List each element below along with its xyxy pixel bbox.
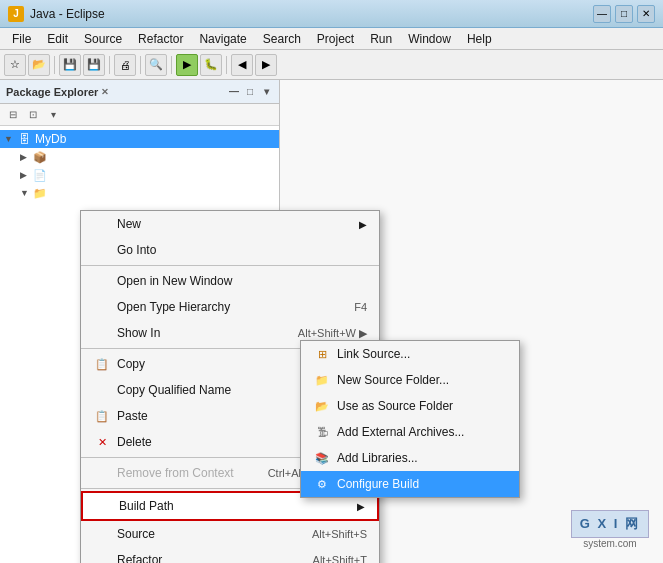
build-path-submenu: ⊞ Link Source... 📁 New Source Folder... …: [300, 340, 520, 498]
menu-file[interactable]: File: [4, 30, 39, 48]
tree-item-mydb[interactable]: ▼ 🗄 MyDb: [0, 130, 279, 148]
toolbar-sep-4: [171, 56, 172, 74]
panel-header-controls: — □ ▾: [227, 85, 273, 99]
menu-edit[interactable]: Edit: [39, 30, 76, 48]
toolbar-print-btn[interactable]: 🖨: [114, 54, 136, 76]
toolbar-prev-btn[interactable]: ◀: [231, 54, 253, 76]
menu-navigate[interactable]: Navigate: [191, 30, 254, 48]
menu-search[interactable]: Search: [255, 30, 309, 48]
panel-badge: ✕: [101, 87, 109, 97]
cm-sep-1: [81, 265, 379, 266]
add-libraries-icon: 📚: [313, 449, 331, 467]
menu-run[interactable]: Run: [362, 30, 400, 48]
project-label: MyDb: [35, 132, 66, 146]
main-area: Package Explorer ✕ — □ ▾ ⊟ ⊡ ▾ ▼ 🗄 MyDb …: [0, 80, 663, 563]
toolbar-save-btn[interactable]: 💾: [59, 54, 81, 76]
expand-arrow-child3: ▼: [20, 188, 32, 198]
panel-header: Package Explorer ✕ — □ ▾: [0, 80, 279, 104]
restore-button[interactable]: □: [615, 5, 633, 23]
new-icon: [93, 215, 111, 233]
close-button[interactable]: ✕: [637, 5, 655, 23]
new-source-folder-icon: 📁: [313, 371, 331, 389]
panel-title: Package Explorer: [6, 86, 98, 98]
expand-arrow-child1: ▶: [20, 152, 32, 162]
title-bar-controls: — □ ✕: [593, 5, 655, 23]
tree-item-child2[interactable]: ▶ 📄: [0, 166, 279, 184]
toolbar-saveall-btn[interactable]: 💾: [83, 54, 105, 76]
cm-new[interactable]: New ▶: [81, 211, 379, 237]
build-path-arrow: ▶: [357, 501, 365, 512]
toolbar-next-btn[interactable]: ▶: [255, 54, 277, 76]
tree-item-child3[interactable]: ▼ 📁: [0, 184, 279, 202]
link-editor-btn[interactable]: ⊡: [24, 106, 42, 124]
link-source-icon: ⊞: [313, 345, 331, 363]
add-external-archives-icon: 🗜: [313, 423, 331, 441]
open-window-icon: [93, 272, 111, 290]
minimize-button[interactable]: —: [593, 5, 611, 23]
app-icon: J: [8, 6, 24, 22]
panel-menu-btn[interactable]: ▾: [44, 106, 62, 124]
show-in-icon: [93, 324, 111, 342]
copy-qualified-icon: [93, 381, 111, 399]
expand-arrow-child2: ▶: [20, 170, 32, 180]
panel-minimize-icon[interactable]: —: [227, 85, 241, 99]
cm-go-into[interactable]: Go Into: [81, 237, 379, 263]
panel-maximize-icon[interactable]: □: [243, 85, 257, 99]
sm-link-source[interactable]: ⊞ Link Source...: [301, 341, 519, 367]
remove-context-icon: [93, 464, 111, 482]
toolbar: ☆ 📂 💾 💾 🖨 🔍 ▶ 🐛 ◀ ▶: [0, 50, 663, 80]
tree-item-child1[interactable]: ▶ 📦: [0, 148, 279, 166]
toolbar-open-btn[interactable]: 📂: [28, 54, 50, 76]
toolbar-sep-1: [54, 56, 55, 74]
watermark-subtext: system.com: [571, 538, 649, 549]
sm-use-source-folder[interactable]: 📂 Use as Source Folder: [301, 393, 519, 419]
menu-source[interactable]: Source: [76, 30, 130, 48]
sm-add-external-archives[interactable]: 🗜 Add External Archives...: [301, 419, 519, 445]
configure-build-icon: ⚙: [313, 475, 331, 493]
package-icon-2: 📄: [32, 167, 48, 183]
cm-open-type-hierarchy[interactable]: Open Type Hierarchy F4: [81, 294, 379, 320]
menu-bar: File Edit Source Refactor Navigate Searc…: [0, 28, 663, 50]
toolbar-sep-2: [109, 56, 110, 74]
folder-icon-1: 📁: [32, 185, 48, 201]
menu-help[interactable]: Help: [459, 30, 500, 48]
menu-window[interactable]: Window: [400, 30, 459, 48]
panel-toolbar: ⊟ ⊡ ▾: [0, 104, 279, 126]
watermark-text: G X I 网: [571, 510, 649, 538]
cm-open-window[interactable]: Open in New Window: [81, 268, 379, 294]
use-source-folder-icon: 📂: [313, 397, 331, 415]
package-icon-1: 📦: [32, 149, 48, 165]
menu-project[interactable]: Project: [309, 30, 362, 48]
cm-source[interactable]: Source Alt+Shift+S: [81, 521, 379, 547]
panel-viewmenu-icon[interactable]: ▾: [259, 85, 273, 99]
delete-icon: ✕: [93, 433, 111, 451]
title-bar-text: Java - Eclipse: [30, 7, 105, 21]
expand-arrow: ▼: [4, 134, 16, 144]
collapse-all-btn[interactable]: ⊟: [4, 106, 22, 124]
toolbar-run-btn[interactable]: ▶: [176, 54, 198, 76]
project-icon: 🗄: [16, 131, 32, 147]
new-submenu-arrow: ▶: [359, 219, 367, 230]
toolbar-sep-5: [226, 56, 227, 74]
type-hierarchy-icon: [93, 298, 111, 316]
toolbar-search-btn[interactable]: 🔍: [145, 54, 167, 76]
title-bar: J Java - Eclipse — □ ✕: [0, 0, 663, 28]
refactor-icon: [93, 551, 111, 563]
sm-new-source-folder[interactable]: 📁 New Source Folder...: [301, 367, 519, 393]
build-path-icon: [95, 497, 113, 515]
sm-configure-build[interactable]: ⚙ Configure Build: [301, 471, 519, 497]
toolbar-sep-3: [140, 56, 141, 74]
cm-refactor[interactable]: Refactor Alt+Shift+T: [81, 547, 379, 563]
sm-add-libraries[interactable]: 📚 Add Libraries...: [301, 445, 519, 471]
toolbar-new-btn[interactable]: ☆: [4, 54, 26, 76]
watermark: G X I 网 system.com: [571, 510, 649, 549]
source-icon: [93, 525, 111, 543]
copy-icon: 📋: [93, 355, 111, 373]
paste-icon: 📋: [93, 407, 111, 425]
go-into-icon: [93, 241, 111, 259]
menu-refactor[interactable]: Refactor: [130, 30, 191, 48]
toolbar-debug-btn[interactable]: 🐛: [200, 54, 222, 76]
